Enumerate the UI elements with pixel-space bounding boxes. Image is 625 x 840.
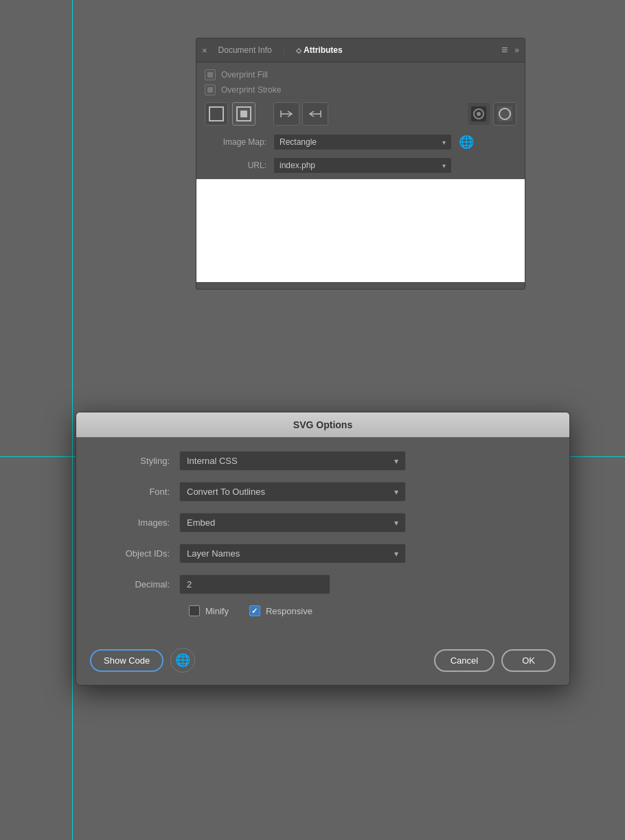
panel-menu-icon[interactable]: ≡ — [501, 44, 508, 56]
responsive-checkbox-item[interactable]: Responsive — [249, 605, 312, 616]
vertical-guide — [72, 0, 73, 840]
tab-document-info[interactable]: Document Info — [212, 43, 279, 58]
square-inner-btn[interactable] — [232, 102, 255, 126]
svg-options-dialog: SVG Options Styling: Internal CSS ▾ Font… — [76, 412, 570, 686]
square-outline-btn[interactable] — [205, 102, 228, 126]
ok-button[interactable]: OK — [501, 649, 556, 672]
minify-label: Minify — [205, 606, 229, 616]
circle-dark-btn[interactable] — [467, 102, 490, 126]
panel-close-icon[interactable]: × — [202, 45, 207, 56]
image-map-label: Image Map: — [205, 137, 273, 147]
images-dropdown[interactable]: Embed ▾ — [179, 513, 406, 533]
responsive-label: Responsive — [266, 606, 312, 616]
circle-light-btn[interactable] — [493, 102, 516, 126]
svg-point-6 — [477, 112, 481, 116]
image-map-globe-btn[interactable]: 🌐 — [456, 132, 477, 152]
minify-checkbox-item[interactable]: Minify — [189, 605, 229, 616]
object-ids-dropdown[interactable]: Layer Names ▾ — [179, 544, 406, 563]
tab-attributes[interactable]: ◇ Attributes — [289, 43, 350, 58]
overprint-stroke-icon[interactable] — [205, 84, 216, 95]
images-label: Images: — [97, 517, 179, 528]
show-code-button[interactable]: Show Code — [90, 649, 163, 672]
overprint-fill-icon[interactable] — [205, 69, 216, 80]
object-ids-chevron: ▾ — [394, 549, 398, 559]
styling-chevron: ▾ — [394, 456, 398, 466]
image-map-dropdown[interactable]: Rectangle ▾ — [273, 134, 452, 150]
minify-checkbox[interactable] — [189, 605, 200, 616]
diamond-icon: ◇ — [296, 47, 302, 54]
decimal-input[interactable] — [179, 574, 330, 594]
font-label: Font: — [97, 487, 179, 497]
attributes-panel: × Document Info | ◇ Attributes ≡ » Overp… — [196, 38, 525, 290]
panel-collapse-icon[interactable]: » — [514, 45, 519, 55]
overprint-stroke-label: Overprint Stroke — [221, 85, 281, 95]
font-dropdown[interactable]: Convert To Outlines ▾ — [179, 482, 406, 502]
decimal-label: Decimal: — [97, 579, 179, 590]
cancel-button[interactable]: Cancel — [434, 649, 495, 672]
content-area — [196, 179, 525, 282]
styling-label: Styling: — [97, 456, 179, 466]
url-chevron: ▾ — [442, 162, 446, 170]
responsive-checkbox[interactable] — [249, 605, 260, 616]
styling-dropdown[interactable]: Internal CSS ▾ — [179, 451, 406, 471]
globe-button[interactable]: 🌐 — [170, 648, 195, 673]
overprint-fill-label: Overprint Fill — [221, 70, 268, 80]
url-label: URL: — [205, 161, 273, 170]
url-dropdown[interactable]: index.php ▾ — [273, 157, 452, 174]
arrow-left-btn[interactable] — [273, 102, 299, 126]
font-chevron: ▾ — [394, 487, 398, 497]
object-ids-label: Object IDs: — [97, 548, 179, 559]
images-chevron: ▾ — [394, 518, 398, 528]
arrow-right-btn[interactable] — [302, 102, 328, 126]
svg-dialog-title: SVG Options — [76, 412, 569, 437]
image-map-chevron: ▾ — [442, 139, 446, 146]
